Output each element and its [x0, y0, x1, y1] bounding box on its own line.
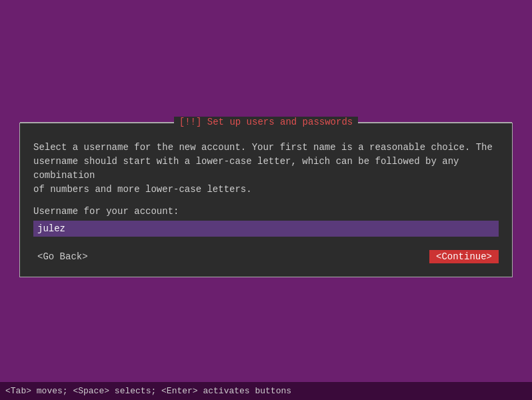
- dialog-window: [!!] Set up users and passwords Select a…: [19, 123, 513, 277]
- continue-button[interactable]: <Continue>: [429, 250, 499, 263]
- status-bar-text: <Tab> moves; <Space> selects; <Enter> ac…: [5, 386, 291, 396]
- username-input[interactable]: [33, 221, 499, 237]
- title-line-left: [20, 122, 174, 123]
- dialog-title-bar: [!!] Set up users and passwords: [20, 117, 512, 127]
- go-back-button[interactable]: <Go Back>: [33, 250, 92, 263]
- status-bar: <Tab> moves; <Space> selects; <Enter> ac…: [0, 382, 532, 400]
- title-line-right: [358, 122, 512, 123]
- dialog-body: Select a username for the new account. Y…: [20, 134, 512, 277]
- description-text: Select a username for the new account. Y…: [33, 141, 499, 197]
- field-label: Username for your account:: [33, 206, 499, 217]
- dialog-title: [!!] Set up users and passwords: [174, 117, 358, 127]
- button-row: <Go Back> <Continue>: [33, 250, 499, 263]
